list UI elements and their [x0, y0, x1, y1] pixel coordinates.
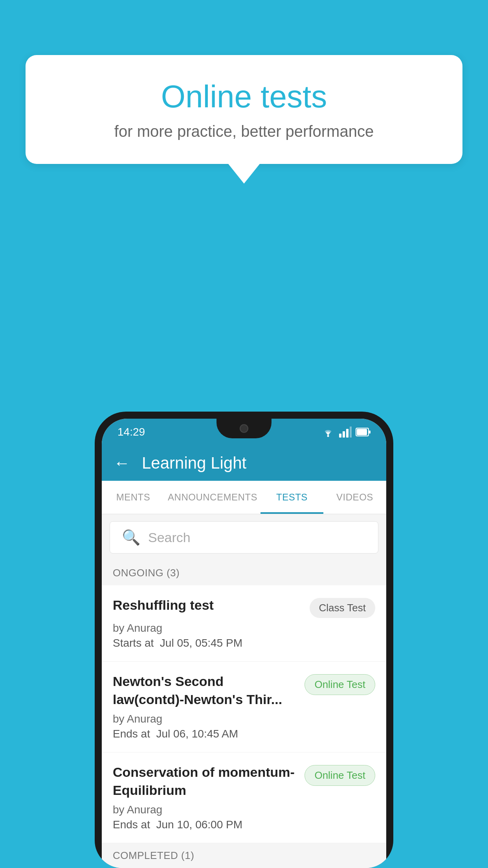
test-author: by Anurag: [113, 804, 375, 816]
signal-icon: [339, 427, 352, 438]
svg-rect-1: [339, 434, 341, 438]
back-button[interactable]: ←: [114, 455, 130, 471]
test-item-header: Reshuffling test Class Test: [113, 596, 375, 618]
notch: [216, 419, 272, 438]
speech-bubble-title: Online tests: [57, 79, 431, 115]
test-date: Ends at Jun 10, 06:00 PM: [113, 818, 375, 831]
front-camera: [240, 424, 248, 433]
tab-ments[interactable]: MENTS: [102, 481, 165, 514]
test-title: Reshuffling test: [113, 596, 310, 614]
test-item[interactable]: Newton's Second law(contd)-Newton's Thir…: [102, 662, 386, 752]
battery-icon: [356, 428, 371, 436]
wifi-icon: [321, 427, 335, 438]
test-author: by Anurag: [113, 713, 375, 725]
svg-point-0: [327, 435, 329, 437]
ongoing-section-label: ONGOING (3): [102, 561, 386, 585]
app-title: Learning Light: [142, 454, 246, 473]
tabs-container: MENTS ANNOUNCEMENTS TESTS VIDEOS: [102, 481, 386, 514]
test-date: Starts at Jul 05, 05:45 PM: [113, 637, 375, 649]
test-badge: Class Test: [310, 598, 375, 618]
tab-videos[interactable]: VIDEOS: [323, 481, 386, 514]
search-container: 🔍 Search: [102, 514, 386, 561]
test-title: Conservation of momentum-Equilibrium: [113, 763, 305, 800]
tab-announcements[interactable]: ANNOUNCEMENTS: [165, 481, 261, 514]
search-icon: 🔍: [122, 529, 140, 546]
app-header: ← Learning Light: [102, 445, 386, 481]
phone-container: 14:29: [95, 412, 393, 868]
test-item[interactable]: Conservation of momentum-Equilibrium Onl…: [102, 752, 386, 843]
phone-frame: 14:29: [95, 412, 393, 868]
speech-bubble-subtitle: for more practice, better performance: [57, 123, 431, 140]
svg-rect-2: [343, 431, 345, 438]
speech-bubble-container: Online tests for more practice, better p…: [26, 55, 462, 184]
test-item-header: Newton's Second law(contd)-Newton's Thir…: [113, 673, 375, 709]
phone-screen: 14:29: [102, 419, 386, 868]
test-item[interactable]: Reshuffling test Class Test by Anurag St…: [102, 585, 386, 662]
svg-rect-7: [369, 430, 371, 434]
speech-bubble: Online tests for more practice, better p…: [26, 55, 462, 164]
tab-tests[interactable]: TESTS: [261, 481, 323, 514]
search-bar[interactable]: 🔍 Search: [110, 521, 378, 554]
completed-section-label: COMPLETED (1): [102, 843, 386, 868]
test-date: Ends at Jul 06, 10:45 AM: [113, 728, 375, 740]
svg-rect-6: [357, 429, 367, 435]
test-badge: Online Test: [305, 765, 375, 786]
search-placeholder: Search: [148, 530, 191, 545]
status-icons: [321, 427, 371, 438]
svg-rect-4: [350, 427, 352, 438]
status-time: 14:29: [117, 426, 145, 438]
speech-bubble-arrow: [228, 164, 260, 184]
test-title: Newton's Second law(contd)-Newton's Thir…: [113, 673, 305, 709]
svg-rect-3: [346, 429, 349, 438]
test-badge: Online Test: [305, 674, 375, 695]
test-author: by Anurag: [113, 622, 375, 634]
test-item-header: Conservation of momentum-Equilibrium Onl…: [113, 763, 375, 800]
